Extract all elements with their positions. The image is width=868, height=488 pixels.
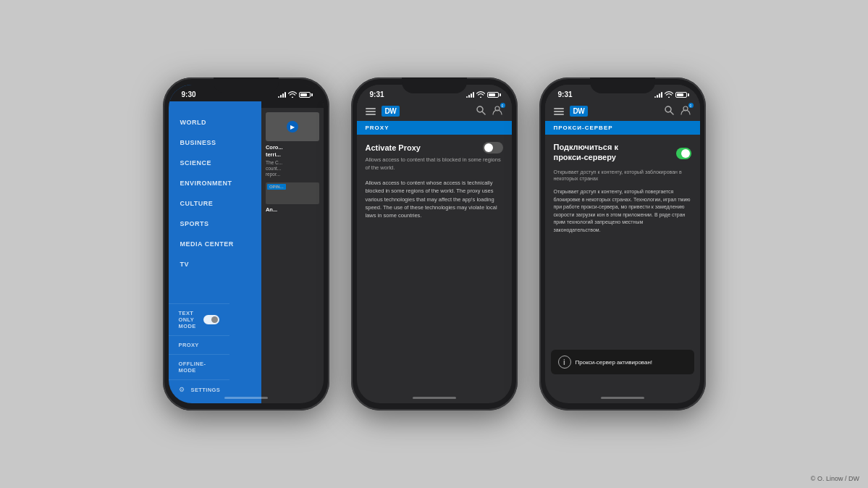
menu-item-world[interactable]: WORLD — [169, 112, 266, 132]
news-image: OPIN... — [266, 182, 319, 204]
dw-logo-text-3: DW — [570, 106, 589, 117]
proxy-tooltip: i Прокси-сервер активирован! — [551, 350, 694, 374]
hamburger-menu-3[interactable] — [554, 108, 564, 115]
signal-icon — [278, 92, 286, 98]
profile-icon-3[interactable]: 0 — [680, 104, 691, 118]
proxy-body-2: Allows access to content whose access is… — [366, 179, 503, 219]
wifi-icon-2 — [476, 91, 485, 98]
dw-logo-container-2: DW — [366, 106, 400, 117]
proxy-row[interactable]: PROXY — [169, 335, 230, 354]
time-2: 9:31 — [370, 91, 384, 98]
menu-item-science[interactable]: SCIENCE — [169, 153, 266, 173]
profile-icon-2[interactable]: 0 — [492, 104, 503, 118]
home-indicator-3 — [601, 397, 644, 399]
menu-items: WORLD BUSINESS SCIENCE ENVIRONMENT CULTU… — [169, 91, 266, 274]
dw-logo-container-3: DW — [554, 106, 589, 117]
wifi-icon-3 — [665, 91, 673, 98]
svg-line-4 — [670, 112, 673, 114]
news-title-2: An... — [266, 206, 319, 214]
phone-3: 9:31 — [539, 77, 706, 411]
proxy-toggle-2[interactable] — [483, 142, 503, 153]
menu-item-culture[interactable]: CULTURE — [169, 193, 266, 214]
settings-label: SETTINGS — [191, 387, 221, 393]
home-indicator-2 — [413, 397, 456, 399]
proxy-content-2: Activate Proxy Allows access to content … — [357, 135, 512, 227]
status-bar-1: 9:30 — [169, 85, 324, 101]
time-1: 9:30 — [182, 91, 196, 98]
offline-mode-row[interactable]: OFFLINE-MODE — [169, 354, 230, 379]
ru-proxy-body: Открывает доступ к контенту, который пов… — [554, 188, 691, 234]
settings-row[interactable]: ⚙ SETTINGS — [169, 379, 230, 399]
battery-icon-2 — [487, 92, 499, 98]
menu-item-sports[interactable]: SPORTS — [169, 214, 266, 234]
hamburger-menu-2[interactable] — [366, 108, 376, 115]
status-icons-3 — [654, 91, 687, 98]
dw-nav-3: DW 0 — [545, 101, 700, 121]
signal-icon-3 — [654, 92, 662, 98]
info-icon: i — [558, 356, 571, 369]
ru-proxy-content: Подключиться к прокси-серверу Открывает … — [545, 135, 700, 241]
news-sub-1: The C...count...repor... — [266, 160, 319, 178]
proxy-label: PROXY — [179, 342, 199, 348]
news-items: Coro...terri... The C...count...repor...… — [266, 144, 319, 214]
gear-icon: ⚙ — [179, 386, 185, 393]
ru-proxy-row: Подключиться к прокси-серверу — [554, 142, 691, 166]
phone-1: 9:30 — [163, 77, 329, 411]
menu-item-media-center[interactable]: MEDIA CENTER — [169, 234, 266, 254]
attribution: © O. Linow / DW — [811, 475, 859, 482]
proxy-title-2: Activate Proxy — [366, 143, 421, 152]
battery-icon-3 — [675, 92, 687, 98]
offline-mode-label: OFFLINE-MODE — [179, 361, 220, 374]
dw-nav-2: DW 0 — [357, 101, 512, 121]
profile-badge-3: 0 — [688, 103, 694, 108]
status-bar-3: 9:31 — [545, 85, 700, 101]
search-icon-2[interactable] — [476, 105, 486, 117]
settings-gear-row: ⚙ SETTINGS — [179, 386, 221, 393]
news-title-1: Coro...terri... — [266, 144, 319, 159]
dw-logo-2: DW — [382, 106, 400, 117]
settings-rows: TEXT ONLY MODE PROXY OFFLINE-MODE ⚙ SETT… — [169, 299, 230, 403]
menu-item-business[interactable]: BUSINESS — [169, 132, 266, 153]
text-only-mode-label: TEXT ONLY MODE — [179, 310, 204, 329]
dw-logo-3: DW — [570, 106, 589, 117]
text-only-mode-toggle[interactable] — [203, 315, 219, 324]
news-item-1: Coro...terri... The C...count...repor... — [266, 144, 319, 178]
menu-item-tv[interactable]: TV — [169, 254, 266, 274]
signal-icon-2 — [466, 92, 474, 98]
ru-proxy-subtitle: Открывает доступ к контенту, который заб… — [554, 169, 691, 183]
status-icons-2 — [466, 91, 499, 98]
profile-badge-2: 0 — [500, 103, 505, 108]
search-icon-3[interactable] — [664, 105, 674, 117]
text-only-mode-row[interactable]: TEXT ONLY MODE — [169, 303, 230, 335]
phone-2: 9:31 — [351, 77, 518, 411]
status-bar-2: 9:31 — [357, 85, 512, 101]
menu-panel: WORLD BUSINESS SCIENCE ENVIRONMENT CULTU… — [169, 85, 266, 403]
svg-line-1 — [482, 112, 485, 114]
nav-icons-2: 0 — [476, 104, 503, 118]
status-icons-1 — [278, 91, 311, 98]
battery-icon — [299, 92, 311, 98]
proxy-subtitle-2: Allows access to content that is blocked… — [366, 156, 503, 172]
tooltip-text: Прокси-сервер активирован! — [576, 359, 653, 366]
proxy-banner-2: PROXY — [357, 121, 512, 135]
content-peek: ‹ ▶ Coro...terri... The C...count...repo… — [261, 85, 324, 403]
activate-proxy-row: Activate Proxy — [366, 142, 503, 153]
dw-logo-text-2: DW — [382, 106, 400, 117]
home-indicator-1 — [224, 397, 268, 399]
wifi-icon — [288, 91, 297, 98]
ru-proxy-title: Подключиться к прокси-серверу — [554, 142, 676, 163]
play-button[interactable]: ▶ — [287, 121, 298, 132]
proxy-toggle-3[interactable] — [676, 148, 691, 159]
proxy-banner-3: ПРОКСИ-СЕРВЕР — [545, 121, 700, 135]
time-3: 9:31 — [558, 91, 573, 98]
menu-item-environment[interactable]: ENVIRONMENT — [169, 173, 266, 193]
peek-content: ▶ Coro...terri... The C...count...repor.… — [261, 108, 324, 218]
video-thumbnail: ▶ — [266, 112, 319, 141]
nav-icons-3: 0 — [664, 104, 691, 118]
